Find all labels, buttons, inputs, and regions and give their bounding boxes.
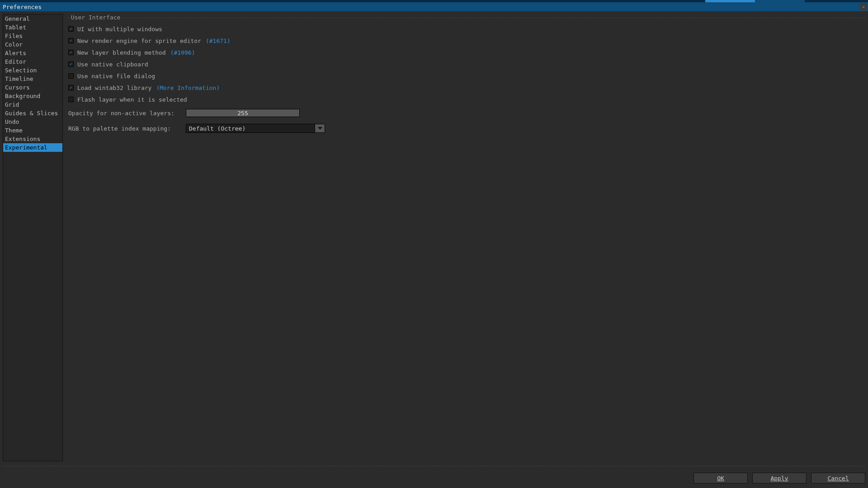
- sidebar-item-tablet[interactable]: Tablet: [3, 23, 62, 32]
- window-title: Preferences: [3, 4, 42, 10]
- sidebar-item-extensions[interactable]: Extensions: [3, 135, 62, 143]
- checkbox-icon[interactable]: [68, 97, 74, 102]
- issue-link[interactable]: (#1671): [206, 38, 231, 44]
- sidebar-item-files[interactable]: Files: [3, 32, 62, 40]
- footer-buttons: OK Apply Cancel: [693, 473, 865, 483]
- checkbox-label: UI with multiple windows: [77, 26, 162, 33]
- checkbox-label: New layer blending method: [77, 49, 166, 56]
- apply-button[interactable]: Apply: [752, 473, 807, 483]
- checkbox-new-render[interactable]: New render engine for sprite editor (#16…: [68, 35, 865, 46]
- sidebar-item-alerts[interactable]: Alerts: [3, 49, 62, 57]
- checkbox-label: Use native file dialog: [77, 73, 155, 80]
- mapping-row: RGB to palette index mapping: Default (O…: [68, 123, 865, 134]
- sidebar[interactable]: GeneralTabletFilesColorAlertsEditorSelec…: [3, 14, 63, 461]
- checkbox-icon[interactable]: [68, 85, 74, 90]
- checkbox-flash-layer[interactable]: Flash layer when it is selected: [68, 94, 865, 105]
- checkbox-label: New render engine for sprite editor: [77, 38, 201, 44]
- mapping-select[interactable]: Default (Octree): [186, 124, 325, 133]
- section-title: User Interface: [71, 14, 121, 21]
- checkbox-new-blending[interactable]: New layer blending method (#1096): [68, 47, 865, 58]
- chevron-down-icon[interactable]: [315, 124, 325, 132]
- sidebar-item-undo[interactable]: Undo: [3, 117, 62, 126]
- sidebar-item-general[interactable]: General: [3, 14, 62, 23]
- opacity-row: Opacity for non-active layers: 255: [68, 108, 865, 118]
- sidebar-item-cursors[interactable]: Cursors: [3, 83, 62, 92]
- content-panel: · User Interface UI with multiple window…: [66, 14, 865, 485]
- checkbox-icon[interactable]: [68, 61, 74, 67]
- top-accent-bar: [0, 0, 868, 2]
- more-info-link[interactable]: (More Information): [156, 84, 220, 91]
- ok-button[interactable]: OK: [693, 473, 748, 483]
- cancel-button[interactable]: Cancel: [811, 473, 865, 483]
- checkbox-icon[interactable]: [68, 26, 74, 32]
- close-icon[interactable]: ×: [860, 3, 867, 10]
- checkbox-native-filedialog[interactable]: Use native file dialog: [68, 70, 865, 81]
- main-area: GeneralTabletFilesColorAlertsEditorSelec…: [0, 11, 868, 488]
- checkbox-icon[interactable]: [68, 73, 74, 79]
- checkbox-label: Flash layer when it is selected: [77, 96, 187, 103]
- checkbox-native-clipboard[interactable]: Use native clipboard: [68, 59, 865, 70]
- checkbox-label: Load wintab32 library: [77, 84, 151, 91]
- sidebar-item-background[interactable]: Background: [3, 92, 62, 100]
- sidebar-item-editor[interactable]: Editor: [3, 57, 62, 66]
- checkbox-multi-windows[interactable]: UI with multiple windows: [68, 23, 865, 34]
- footer-separator: [3, 466, 865, 466]
- sidebar-item-guides-slices[interactable]: Guides & Slices: [3, 109, 62, 117]
- section-header: · User Interface: [66, 14, 865, 21]
- mapping-label: RGB to palette index mapping:: [68, 125, 186, 132]
- issue-link[interactable]: (#1096): [170, 49, 195, 56]
- titlebar[interactable]: Preferences ×: [0, 2, 868, 11]
- checkbox-label: Use native clipboard: [77, 61, 148, 68]
- opacity-slider[interactable]: 255: [186, 109, 300, 117]
- sidebar-item-timeline[interactable]: Timeline: [3, 75, 62, 83]
- opacity-value: 255: [186, 110, 299, 117]
- checkbox-icon[interactable]: [68, 38, 74, 43]
- checkbox-icon[interactable]: [68, 50, 74, 55]
- sidebar-item-experimental[interactable]: Experimental: [3, 143, 62, 152]
- opacity-label: Opacity for non-active layers:: [68, 110, 186, 117]
- checkbox-wintab[interactable]: Load wintab32 library (More Information): [68, 82, 865, 93]
- sidebar-item-selection[interactable]: Selection: [3, 66, 62, 75]
- mapping-value: Default (Octree): [186, 125, 315, 132]
- sidebar-item-theme[interactable]: Theme: [3, 126, 62, 135]
- sidebar-item-color[interactable]: Color: [3, 40, 62, 49]
- sidebar-item-grid[interactable]: Grid: [3, 100, 62, 109]
